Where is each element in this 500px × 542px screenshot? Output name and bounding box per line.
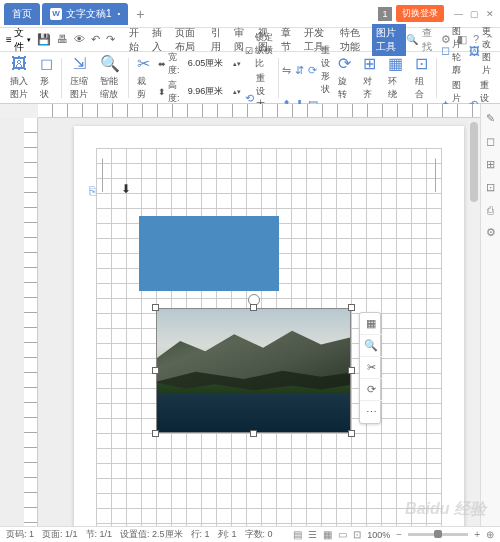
rtab-picture-tools[interactable]: 图片工具 xyxy=(372,24,406,56)
view-page-icon[interactable]: ▤ xyxy=(293,529,302,540)
float-more-button[interactable]: ⋯ xyxy=(360,401,382,423)
resize-handle-s[interactable] xyxy=(250,430,257,437)
sidebar-style-icon[interactable]: ✎ xyxy=(486,112,495,125)
wrap-icon: ▦ xyxy=(388,54,403,73)
zoom-slider[interactable] xyxy=(408,533,468,536)
ruler-horizontal[interactable] xyxy=(38,104,480,118)
zoom-in-button[interactable]: + xyxy=(474,529,480,540)
sidebar-property-icon[interactable]: ⊡ xyxy=(486,181,495,194)
sidebar-limit-icon[interactable]: ⊞ xyxy=(486,158,495,171)
tab-home[interactable]: 首页 xyxy=(4,3,40,25)
resize-handle-nw[interactable] xyxy=(152,304,159,311)
caret-indicator: ⬇ xyxy=(121,182,131,196)
pic-outline-button[interactable]: ◻图片轮廓 xyxy=(441,25,465,77)
float-wrap-button[interactable]: ▦ xyxy=(360,313,382,335)
anchor-icon: ⎘ xyxy=(89,184,96,198)
status-page[interactable]: 页码: 1 xyxy=(6,528,34,541)
ribbon: 🖼 插入图片 ◻ 形状 ⇲ 压缩图片 🔍 智能缩放 ✂ 裁剪 ⬌ 宽度: 6.0… xyxy=(0,52,500,104)
view-web-icon[interactable]: ▦ xyxy=(323,529,332,540)
view-outline-icon[interactable]: ☰ xyxy=(308,529,317,540)
width-input[interactable]: 6.05厘米 xyxy=(188,57,232,70)
selected-picture[interactable] xyxy=(156,308,351,433)
save-icon[interactable]: 💾 xyxy=(37,33,51,46)
rotate-button[interactable]: ⟳ 旋转 xyxy=(334,52,355,103)
wrap-button[interactable]: ▦ 环绕 xyxy=(384,52,407,103)
ruler-vertical[interactable] xyxy=(24,118,38,526)
status-row: 行: 1 xyxy=(191,528,210,541)
resize-handle-n[interactable] xyxy=(250,304,257,311)
search-icon[interactable]: 🔍 xyxy=(406,34,418,45)
undo-icon[interactable]: ↶ xyxy=(91,33,100,46)
sidebar-tool-icon[interactable]: ⚙ xyxy=(486,226,496,239)
smart-zoom-button[interactable]: 🔍 智能缩放 xyxy=(96,52,124,103)
float-crop-button[interactable]: ✂ xyxy=(360,357,382,379)
rtab-start[interactable]: 开始 xyxy=(125,24,146,56)
workspace: ⎘ ⬇ xyxy=(0,118,500,526)
sidebar-backup-icon[interactable]: ⎙ xyxy=(487,204,494,216)
document-area[interactable]: ⎘ ⬇ xyxy=(38,118,500,526)
resize-handle-w[interactable] xyxy=(152,367,159,374)
tab-doc-dirty: • xyxy=(118,9,121,18)
crop-button[interactable]: ✂ 裁剪 xyxy=(133,52,154,103)
float-rotate-button[interactable]: ⟳ xyxy=(360,379,382,401)
resize-handle-sw[interactable] xyxy=(152,430,159,437)
status-words[interactable]: 字数: 0 xyxy=(245,528,273,541)
doc-type-icon: W xyxy=(50,8,62,20)
sidebar-select-icon[interactable]: ◻ xyxy=(486,135,495,148)
crop-icon: ✂ xyxy=(137,54,150,73)
statusbar: 页码: 1 页面: 1/1 节: 1/1 设置值: 2.5厘米 行: 1 列: … xyxy=(0,526,500,542)
flip-h-icon[interactable]: ⇋ xyxy=(282,64,291,77)
picture-content[interactable] xyxy=(156,308,351,433)
maximize-button[interactable]: ▢ xyxy=(470,9,480,19)
combine-button[interactable]: ⊡ 组合 xyxy=(411,52,432,103)
print-icon[interactable]: 🖶 xyxy=(57,33,68,46)
page: ⎘ ⬇ xyxy=(74,126,464,526)
resize-handle-se[interactable] xyxy=(348,430,355,437)
group-icon: ⊡ xyxy=(415,54,428,73)
tab-add[interactable]: + xyxy=(130,4,150,24)
zoom-out-button[interactable]: − xyxy=(396,529,402,540)
view-read-icon[interactable]: ▭ xyxy=(338,529,347,540)
align-button[interactable]: ⊞ 对齐 xyxy=(359,52,380,103)
status-ruler: 设置值: 2.5厘米 xyxy=(120,528,183,541)
dimension-inputs: ⬌ 宽度: 6.05厘米 ▴▾ ⬍ 高度: 9.96厘米 ▴▾ xyxy=(158,51,242,105)
flip-v-icon[interactable]: ⇵ xyxy=(295,64,304,77)
fit-icon[interactable]: ⊕ xyxy=(486,529,494,540)
tab-doc-label: 文字文稿1 xyxy=(66,7,112,21)
reset-shape-icon[interactable]: ⟳ xyxy=(308,64,317,77)
lock-ratio-checkbox[interactable]: ☑锁定纵横比 xyxy=(245,31,273,70)
shape-button[interactable]: ◻ 形状 xyxy=(36,52,57,103)
scrollbar-thumb[interactable] xyxy=(470,122,478,202)
zoom-level[interactable]: 100% xyxy=(367,530,390,540)
insert-picture-button[interactable]: 🖼 插入图片 xyxy=(6,53,32,103)
preview-icon[interactable]: 👁 xyxy=(74,33,85,46)
align-icon: ⊞ xyxy=(363,54,376,73)
resize-handle-ne[interactable] xyxy=(348,304,355,311)
height-stepper[interactable]: ▴▾ xyxy=(233,88,241,96)
file-menu[interactable]: ≡文件▾ xyxy=(6,26,31,54)
notification-badge[interactable]: 1 xyxy=(378,7,392,21)
compress-button[interactable]: ⇲ 压缩图片 xyxy=(66,52,92,103)
scrollbar-vertical[interactable] xyxy=(468,118,480,526)
view-fullscreen-icon[interactable]: ⊡ xyxy=(353,529,361,540)
tab-document[interactable]: W 文字文稿1 • xyxy=(42,3,128,25)
picture-icon: 🖼 xyxy=(11,55,27,73)
minimize-button[interactable]: — xyxy=(454,9,464,19)
redo-icon[interactable]: ↷ xyxy=(106,33,115,46)
width-stepper[interactable]: ▴▾ xyxy=(233,60,241,68)
login-button[interactable]: 切换登录 xyxy=(396,5,444,22)
rotate-icon: ⟳ xyxy=(338,54,351,73)
change-pic-button[interactable]: 🖼更改图片 xyxy=(469,25,494,77)
status-page-of[interactable]: 页面: 1/1 xyxy=(42,528,78,541)
height-icon: ⬍ xyxy=(158,87,166,97)
search-label[interactable]: 查找 xyxy=(422,26,433,54)
resize-handle-e[interactable] xyxy=(348,367,355,374)
rtab-feature[interactable]: 特色功能 xyxy=(336,24,370,56)
float-zoom-button[interactable]: 🔍 xyxy=(360,335,382,357)
right-sidebar: ✎ ◻ ⊞ ⊡ ⎙ ⚙ xyxy=(480,104,500,526)
blue-rectangle-shape[interactable] xyxy=(139,216,279,291)
width-icon: ⬌ xyxy=(158,59,166,69)
height-input[interactable]: 9.96厘米 xyxy=(188,85,232,98)
floating-toolbar: ▦ 🔍 ✂ ⟳ ⋯ xyxy=(359,312,381,424)
close-button[interactable]: ✕ xyxy=(486,9,496,19)
